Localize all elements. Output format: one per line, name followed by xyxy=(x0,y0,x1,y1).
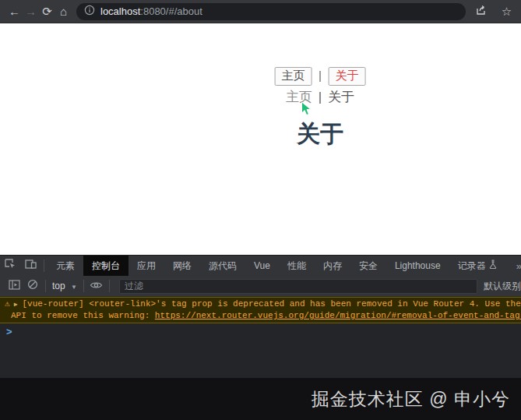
context-selector[interactable]: top ▼ xyxy=(49,281,80,291)
console-input-area[interactable]: > xyxy=(0,323,521,378)
url-path: :8080/#/about xyxy=(140,5,202,17)
warning-line-1: ⚠▶[vue-router] <router-link>'s tag prop … xyxy=(5,298,521,310)
tab-lighthouse[interactable]: Lighthouse xyxy=(386,256,449,277)
devtools-panel: 元素 控制台 应用 网络 源代码 Vue 性能 内存 安全 Lighthouse… xyxy=(0,255,521,378)
home-icon[interactable]: ⌂ xyxy=(55,5,72,17)
tab-sources[interactable]: 源代码 xyxy=(200,256,245,277)
page-viewport: 主页 | 关于 主页 | 关于 关于 xyxy=(0,23,521,255)
chevron-down-icon: ▼ xyxy=(71,284,77,291)
warning-triangle-icon: ⚠ xyxy=(5,299,10,309)
router-link-row: 主页 | 关于 xyxy=(275,88,366,106)
screen: ← → ⟳ ⌂ localhost:8080/#/about ☆ xyxy=(0,0,521,420)
tab-memory[interactable]: 内存 xyxy=(315,256,350,277)
page-title: 关于 xyxy=(275,118,366,150)
button-separator: | xyxy=(319,69,322,82)
bookmark-star-icon[interactable]: ☆ xyxy=(498,5,515,17)
inspect-element-icon[interactable] xyxy=(0,259,20,273)
tab-performance[interactable]: 性能 xyxy=(279,256,315,277)
clear-console-icon[interactable] xyxy=(23,279,42,293)
console-prompt-chevron-icon: > xyxy=(6,326,12,337)
forward-icon[interactable]: → xyxy=(23,5,39,17)
device-toolbar-icon[interactable] xyxy=(20,259,40,273)
link-separator: | xyxy=(319,90,322,104)
router-button-row: 主页 | 关于 xyxy=(275,67,366,86)
tab-application[interactable]: 应用 xyxy=(128,256,164,277)
refresh-icon[interactable]: ⟳ xyxy=(39,5,55,17)
console-toolbar: top ▼ 默认级别 xyxy=(0,276,521,297)
divider xyxy=(45,280,46,292)
tab-recorder[interactable]: 记录器 xyxy=(449,256,505,277)
about-link[interactable]: 关于 xyxy=(328,90,354,104)
devtools-tabbar: 元素 控制台 应用 网络 源代码 Vue 性能 内存 安全 Lighthouse… xyxy=(0,255,521,276)
video-bottom-bar: 掘金技术社区 @ 申小兮 xyxy=(0,378,521,420)
context-selector-label: top xyxy=(52,281,65,291)
warning-text-2: API to remove this warning: xyxy=(11,311,155,320)
log-level-dropdown[interactable]: 默认级别 xyxy=(484,280,521,293)
more-tabs-icon[interactable]: » xyxy=(516,260,520,272)
migration-guide-link[interactable]: https://next.router.vuejs.org/guide/migr… xyxy=(155,311,521,320)
share-icon[interactable] xyxy=(475,4,488,19)
expand-arrow-icon[interactable]: ▶ xyxy=(14,301,18,308)
tab-console[interactable]: 控制台 xyxy=(83,256,128,277)
warning-text-1: [vue-router] <router-link>'s tag prop is… xyxy=(22,299,521,309)
tab-vue[interactable]: Vue xyxy=(245,256,279,277)
url-host: localhost xyxy=(100,5,140,17)
browser-toolbar: ← → ⟳ ⌂ localhost:8080/#/about ☆ xyxy=(0,0,521,23)
tab-elements[interactable]: 元素 xyxy=(48,256,83,277)
site-info-icon[interactable] xyxy=(84,5,95,19)
watermark-text: 掘金技术社区 @ 申小兮 xyxy=(312,387,510,411)
url-text: localhost:8080/#/about xyxy=(100,5,202,17)
experiment-flask-icon xyxy=(489,256,497,277)
tab-network[interactable]: 网络 xyxy=(164,256,200,277)
console-filter-input[interactable] xyxy=(119,279,477,294)
divider xyxy=(109,280,110,292)
mouse-cursor-icon xyxy=(301,101,312,117)
tab-security[interactable]: 安全 xyxy=(350,256,386,277)
about-router-button[interactable]: 关于 xyxy=(328,67,365,86)
warning-line-2: API to remove this warning: https://next… xyxy=(5,310,521,321)
tab-recorder-label: 记录器 xyxy=(458,256,486,277)
divider xyxy=(44,259,44,272)
vue-app-content: 主页 | 关于 主页 | 关于 关于 xyxy=(275,67,366,150)
home-router-button[interactable]: 主页 xyxy=(275,67,312,86)
console-sidebar-icon[interactable] xyxy=(5,279,23,293)
back-icon[interactable]: ← xyxy=(6,5,23,17)
live-expression-eye-icon[interactable] xyxy=(87,279,106,293)
divider xyxy=(83,280,84,292)
address-bar[interactable]: localhost:8080/#/about xyxy=(76,3,466,20)
console-warning-message: ⚠▶[vue-router] <router-link>'s tag prop … xyxy=(0,297,521,323)
